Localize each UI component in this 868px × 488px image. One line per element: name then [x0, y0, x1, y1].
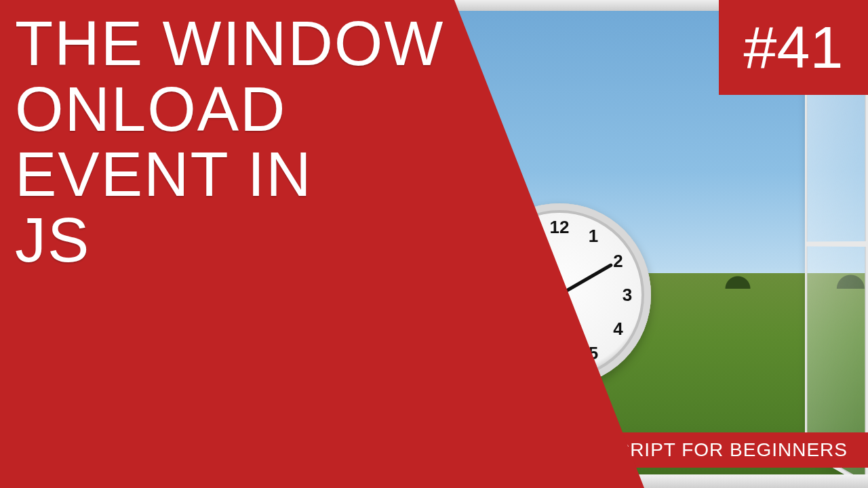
video-title: THE WINDOW ONLOAD EVENT IN JS — [15, 11, 444, 272]
thumbnail-stage: 121234567891011 JAVASCRIPT FOR BEGINNERS… — [0, 0, 868, 488]
clock-number: 2 — [613, 251, 623, 272]
clock-number: 1 — [589, 226, 598, 247]
episode-badge: #41 — [719, 0, 868, 95]
clock-number: 4 — [613, 319, 623, 340]
clock-number: 3 — [623, 285, 632, 306]
clock-number: 12 — [550, 217, 570, 238]
